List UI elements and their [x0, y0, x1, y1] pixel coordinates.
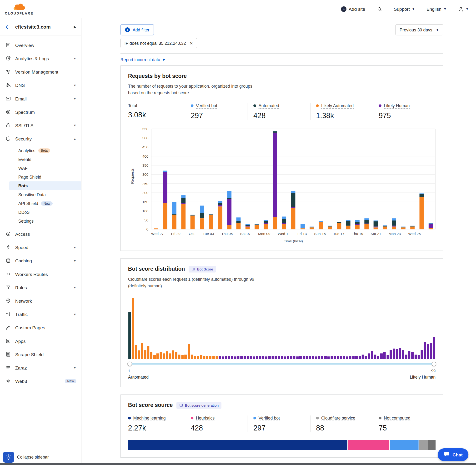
- score-bar-93[interactable]: [414, 355, 417, 359]
- score-bar-13[interactable]: [166, 351, 168, 359]
- bot-score-doc-badge[interactable]: Bot Score: [189, 266, 216, 272]
- score-bar-8[interactable]: [150, 352, 152, 359]
- score-bar-71[interactable]: [346, 356, 348, 359]
- score-bar-73[interactable]: [352, 356, 354, 359]
- score-bar-49[interactable]: [278, 356, 280, 359]
- sidebar-item-analytics-logs[interactable]: Analytics & Logs▼: [0, 52, 81, 65]
- stacked-bar-17[interactable]: [300, 129, 305, 229]
- score-bar-90[interactable]: [405, 355, 407, 359]
- score-bar-74[interactable]: [356, 356, 358, 359]
- stacked-bar-20[interactable]: [328, 129, 332, 229]
- score-bar-79[interactable]: [371, 351, 373, 359]
- stacked-bar-8[interactable]: [218, 129, 222, 229]
- add-site-button[interactable]: + Add site: [341, 6, 365, 12]
- score-bar-47[interactable]: [271, 356, 274, 359]
- score-bar-68[interactable]: [337, 356, 339, 359]
- stacked-bar-21[interactable]: [337, 129, 341, 229]
- score-bar-59[interactable]: [309, 356, 311, 359]
- score-bar-66[interactable]: [330, 356, 333, 359]
- score-bar-40[interactable]: [250, 356, 252, 359]
- score-bar-44[interactable]: [262, 356, 264, 359]
- stacked-bar-25[interactable]: [374, 129, 378, 229]
- sidebar-item-analytics[interactable]: AnalyticsBeta: [0, 146, 81, 155]
- score-bar-60[interactable]: [312, 356, 314, 359]
- score-bar-89[interactable]: [402, 349, 404, 359]
- sidebar-item-settings[interactable]: Settings: [0, 217, 81, 225]
- score-bar-96[interactable]: [424, 342, 426, 359]
- sidebar-item-caching[interactable]: Caching▼: [0, 254, 81, 267]
- score-bar-58[interactable]: [306, 356, 308, 359]
- score-bar-69[interactable]: [340, 356, 342, 359]
- sidebar-item-traffic[interactable]: Traffic▼: [0, 307, 81, 321]
- score-bar-97[interactable]: [427, 344, 429, 359]
- sidebar-item-access[interactable]: Access: [0, 227, 81, 241]
- score-bar-32[interactable]: [225, 356, 227, 359]
- filter-chip[interactable]: IP does not equal 35.212.240.32 ✕: [120, 38, 197, 48]
- sidebar-item-zaraz[interactable]: Zaraz▼: [0, 361, 81, 374]
- close-icon[interactable]: ✕: [190, 41, 193, 45]
- search-button[interactable]: [377, 6, 382, 12]
- score-bar-24[interactable]: [200, 355, 202, 359]
- score-bar-62[interactable]: [318, 356, 320, 359]
- slider-track[interactable]: [128, 363, 435, 365]
- stacked-bar-1[interactable]: [154, 129, 158, 229]
- score-bar-21[interactable]: [191, 355, 193, 359]
- score-bar-9[interactable]: [153, 355, 156, 359]
- sidebar-item-sensitive-data[interactable]: Sensitive Data: [0, 190, 81, 199]
- score-bar-56[interactable]: [300, 356, 302, 359]
- score-bar-41[interactable]: [253, 356, 255, 359]
- source-segment-verified-bot[interactable]: [390, 440, 419, 450]
- score-bar-86[interactable]: [393, 348, 395, 359]
- score-bar-63[interactable]: [321, 356, 323, 359]
- score-bar-3[interactable]: [135, 345, 137, 359]
- score-bar-82[interactable]: [380, 353, 382, 359]
- score-bar-84[interactable]: [386, 355, 389, 359]
- score-bar-20[interactable]: [188, 344, 190, 359]
- score-bar-75[interactable]: [359, 356, 361, 359]
- stacked-bar-28[interactable]: [401, 129, 405, 229]
- stacked-bar-16[interactable]: [291, 129, 296, 229]
- score-bar-12[interactable]: [163, 353, 165, 359]
- sidebar-item-page-shield[interactable]: Page Shield: [0, 172, 81, 181]
- stacked-bar-15[interactable]: [282, 129, 286, 229]
- score-bar-72[interactable]: [349, 356, 351, 359]
- sidebar-item-security[interactable]: Security▲: [0, 132, 81, 145]
- score-bar-99[interactable]: [433, 337, 435, 359]
- stacked-bar-3[interactable]: [172, 129, 176, 229]
- score-bar-38[interactable]: [243, 356, 246, 359]
- score-bar-28[interactable]: [212, 356, 214, 359]
- score-bar-53[interactable]: [290, 356, 292, 359]
- score-bar-34[interactable]: [231, 356, 233, 359]
- score-bar-10[interactable]: [157, 353, 159, 359]
- score-bar-92[interactable]: [411, 352, 413, 359]
- chat-button[interactable]: Chat: [438, 448, 468, 461]
- sidebar-item-ssl-tls[interactable]: SSL/TLS▼: [0, 119, 81, 132]
- site-switcher-chevron-icon[interactable]: ▶: [74, 25, 76, 29]
- score-bar-98[interactable]: [430, 343, 432, 359]
- sidebar-item-version-management[interactable]: Version Management: [0, 65, 81, 78]
- score-bar-6[interactable]: [144, 349, 146, 359]
- stacked-bar-24[interactable]: [365, 129, 369, 229]
- score-bar-42[interactable]: [256, 356, 258, 359]
- stacked-bar-2[interactable]: [163, 129, 167, 229]
- score-bar-25[interactable]: [203, 356, 205, 359]
- cloudflare-logo[interactable]: CLOUDFLARE: [5, 3, 33, 15]
- score-bar-85[interactable]: [390, 349, 392, 359]
- stacked-bar-26[interactable]: [383, 129, 387, 229]
- score-bar-50[interactable]: [281, 356, 283, 359]
- score-bar-35[interactable]: [234, 356, 236, 359]
- sidebar-item-bots[interactable]: Bots: [9, 181, 81, 190]
- slider-handle-max[interactable]: [432, 361, 436, 366]
- score-bar-15[interactable]: [172, 350, 174, 359]
- score-bar-23[interactable]: [197, 356, 199, 359]
- stacked-bar-4[interactable]: [181, 129, 186, 229]
- score-bar-17[interactable]: [178, 355, 180, 359]
- stacked-bar-9[interactable]: [227, 129, 232, 229]
- slider-handle-min[interactable]: [127, 361, 132, 366]
- score-bar-29[interactable]: [215, 356, 218, 359]
- report-incorrect-data-link[interactable]: Report incorrect data ▶: [120, 57, 165, 62]
- stacked-bar-5[interactable]: [190, 129, 195, 229]
- score-bar-55[interactable]: [296, 356, 299, 359]
- stacked-bar-14[interactable]: [273, 129, 277, 229]
- score-bar-27[interactable]: [209, 356, 212, 359]
